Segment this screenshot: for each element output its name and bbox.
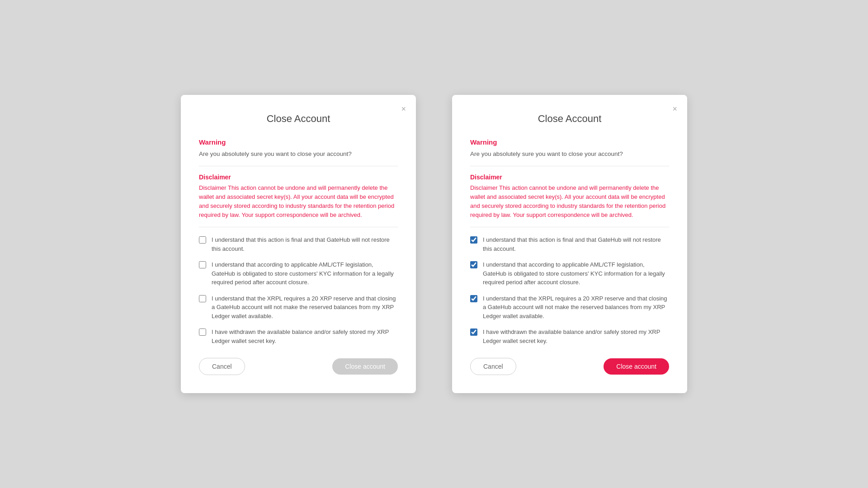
- divider2-right: [470, 227, 669, 227]
- checkbox-1-left[interactable]: [199, 236, 206, 244]
- checkbox-label-3-right: I understand that the XRPL requires a 20…: [483, 294, 669, 321]
- dialog-close-button-right[interactable]: ×: [670, 103, 679, 115]
- warning-label-right: Warning: [470, 138, 669, 146]
- warning-text-right: Are you absolutely sure you want to clos…: [470, 150, 669, 159]
- warning-text-left: Are you absolutely sure you want to clos…: [199, 150, 398, 159]
- checkbox-item-3-left: I understand that the XRPL requires a 20…: [199, 294, 398, 321]
- warning-section-right: Warning Are you absolutely sure you want…: [470, 138, 669, 159]
- disclaimer-section-right: Disclaimer Disclaimer This action cannot…: [470, 174, 669, 220]
- warning-label-left: Warning: [199, 138, 398, 146]
- checkbox-2-left[interactable]: [199, 261, 206, 268]
- checkbox-3-left[interactable]: [199, 295, 206, 302]
- checkbox-label-1-right: I understand that this action is final a…: [483, 235, 669, 253]
- checkbox-label-4-right: I have withdrawn the available balance a…: [483, 328, 669, 345]
- disclaimer-label-right: Disclaimer: [470, 174, 669, 181]
- checkbox-label-4-left: I have withdrawn the available balance a…: [212, 328, 398, 345]
- warning-section-left: Warning Are you absolutely sure you want…: [199, 138, 398, 159]
- close-account-button-left[interactable]: Close account: [332, 358, 398, 375]
- disclaimer-text-right: Disclaimer This action cannot be undone …: [470, 183, 669, 220]
- close-account-button-right[interactable]: Close account: [604, 358, 669, 375]
- close-icon-left: ×: [401, 104, 406, 113]
- checkbox-4-left[interactable]: [199, 328, 206, 336]
- checkboxes-left: I understand that this action is final a…: [199, 235, 398, 345]
- checkbox-label-2-right: I understand that according to applicabl…: [483, 260, 669, 287]
- dialog-close-button-left[interactable]: ×: [399, 103, 408, 115]
- divider-left: [199, 166, 398, 166]
- cancel-button-right[interactable]: Cancel: [470, 358, 516, 375]
- close-account-dialog-left: Close Account × Warning Are you absolute…: [181, 95, 416, 394]
- checkbox-item-1-right: I understand that this action is final a…: [470, 235, 669, 253]
- disclaimer-text-left: Disclaimer This action cannot be undone …: [199, 183, 398, 220]
- dialog-footer-right: Cancel Close account: [470, 358, 669, 375]
- divider-right: [470, 166, 669, 166]
- checkbox-item-1-left: I understand that this action is final a…: [199, 235, 398, 253]
- cancel-button-left[interactable]: Cancel: [199, 358, 245, 375]
- disclaimer-label-left: Disclaimer: [199, 174, 398, 181]
- checkbox-item-4-left: I have withdrawn the available balance a…: [199, 328, 398, 345]
- close-account-dialog-right: Close Account × Warning Are you absolute…: [452, 95, 687, 394]
- checkbox-4-right[interactable]: [470, 328, 477, 336]
- dialog-title-left: Close Account: [199, 113, 398, 125]
- checkbox-label-1-left: I understand that this action is final a…: [212, 235, 398, 253]
- dialog-title-right: Close Account: [470, 113, 669, 125]
- checkbox-1-right[interactable]: [470, 236, 477, 244]
- checkbox-item-4-right: I have withdrawn the available balance a…: [470, 328, 669, 345]
- checkbox-item-3-right: I understand that the XRPL requires a 20…: [470, 294, 669, 321]
- checkbox-2-right[interactable]: [470, 261, 477, 268]
- checkbox-item-2-right: I understand that according to applicabl…: [470, 260, 669, 287]
- checkboxes-right: I understand that this action is final a…: [470, 235, 669, 345]
- divider2-left: [199, 227, 398, 227]
- checkbox-label-2-left: I understand that according to applicabl…: [212, 260, 398, 287]
- checkbox-label-3-left: I understand that the XRPL requires a 20…: [212, 294, 398, 321]
- disclaimer-section-left: Disclaimer Disclaimer This action cannot…: [199, 174, 398, 220]
- checkbox-3-right[interactable]: [470, 295, 477, 302]
- dialog-footer-left: Cancel Close account: [199, 358, 398, 375]
- checkbox-item-2-left: I understand that according to applicabl…: [199, 260, 398, 287]
- close-icon-right: ×: [672, 104, 677, 113]
